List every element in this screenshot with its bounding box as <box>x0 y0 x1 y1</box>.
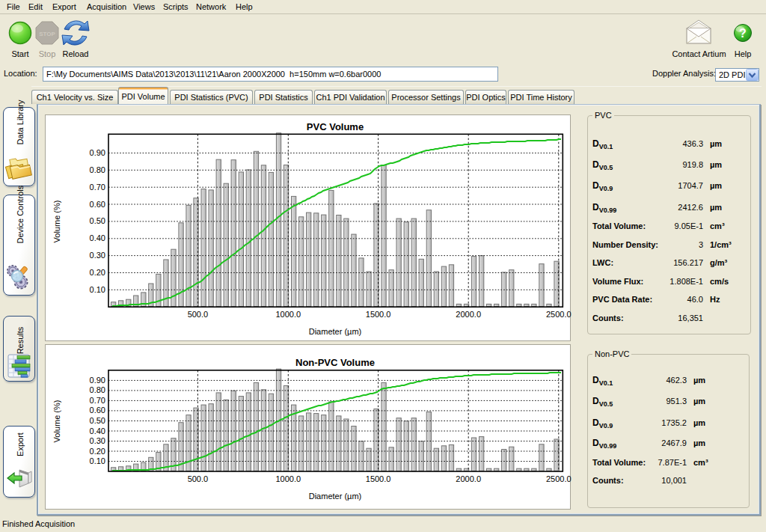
svg-text:1000.0: 1000.0 <box>275 310 301 319</box>
svg-text:0.60: 0.60 <box>90 200 105 209</box>
svg-text:0.90: 0.90 <box>90 148 105 157</box>
svg-text:0.50: 0.50 <box>90 416 105 425</box>
svg-text:0.10: 0.10 <box>90 456 105 465</box>
svg-text:0.80: 0.80 <box>90 165 105 174</box>
svg-text:0.40: 0.40 <box>90 426 105 435</box>
svg-text:STOP: STOP <box>39 31 55 37</box>
svg-text:1500.0: 1500.0 <box>366 310 391 319</box>
svg-text:2000.0: 2000.0 <box>456 310 481 319</box>
svg-text:0.70: 0.70 <box>90 396 105 405</box>
svg-text:1500.0: 1500.0 <box>366 474 391 483</box>
svg-text:0.90: 0.90 <box>90 376 105 385</box>
svg-text:0.20: 0.20 <box>90 268 105 277</box>
svg-text:?: ? <box>739 27 747 40</box>
svg-text:2500.0: 2500.0 <box>546 474 572 483</box>
svg-text:500.0: 500.0 <box>188 310 209 319</box>
svg-text:0.40: 0.40 <box>90 233 105 242</box>
svg-text:0.20: 0.20 <box>90 447 105 456</box>
svg-text:1000.0: 1000.0 <box>275 474 301 483</box>
svg-text:0.70: 0.70 <box>90 183 105 192</box>
svg-text:0.60: 0.60 <box>90 406 105 415</box>
svg-text:0.30: 0.30 <box>90 251 105 260</box>
svg-text:0.80: 0.80 <box>90 385 105 394</box>
svg-text:0.30: 0.30 <box>90 436 105 445</box>
svg-text:0.50: 0.50 <box>90 216 105 225</box>
svg-text:2500.0: 2500.0 <box>546 310 572 319</box>
svg-text:2000.0: 2000.0 <box>456 474 481 483</box>
svg-text:0.10: 0.10 <box>90 285 105 294</box>
svg-text:500.0: 500.0 <box>188 474 209 483</box>
